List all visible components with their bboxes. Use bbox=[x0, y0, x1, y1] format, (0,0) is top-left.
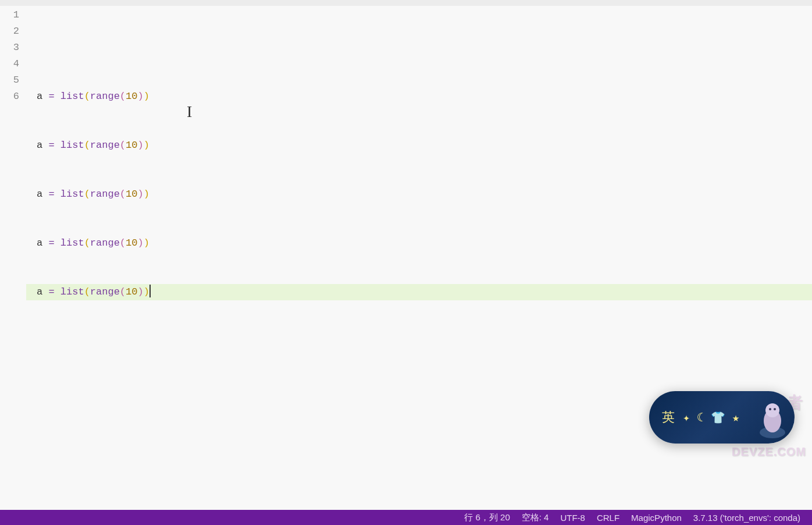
shirt-icon[interactable]: 👕 bbox=[711, 410, 725, 425]
ime-mode-button[interactable]: 英 bbox=[662, 409, 675, 426]
svg-point-3 bbox=[769, 408, 771, 410]
line-number: 6 bbox=[0, 88, 19, 105]
status-line-col[interactable]: 行 6，列 20 bbox=[458, 512, 515, 523]
line-number: 3 bbox=[0, 40, 19, 56]
text-cursor bbox=[149, 285, 151, 297]
watermark-url: DEVZE.COM bbox=[732, 444, 806, 460]
status-interpreter[interactable]: 3.7.13 ('torch_envs': conda) bbox=[688, 513, 806, 523]
code-line-active[interactable]: a = list(range(10)) bbox=[26, 284, 812, 300]
line-number: 5 bbox=[0, 72, 19, 88]
star-icon[interactable]: ★ bbox=[732, 410, 739, 425]
moon-icon[interactable]: ☾ bbox=[697, 410, 704, 425]
status-eol[interactable]: CRLF bbox=[591, 513, 625, 523]
line-number: 4 bbox=[0, 56, 19, 72]
status-bar: 行 6，列 20 空格: 4 UTF-8 CRLF MagicPython 3.… bbox=[0, 510, 812, 525]
ime-mascot-icon bbox=[755, 398, 790, 441]
tab-bar bbox=[0, 0, 812, 6]
sparkle-icon[interactable]: ✦ bbox=[683, 410, 690, 425]
status-encoding[interactable]: UTF-8 bbox=[554, 513, 591, 523]
code-line[interactable] bbox=[26, 40, 812, 56]
code-line[interactable]: a = list(range(10)) bbox=[26, 88, 812, 105]
mouse-cursor-icon: I bbox=[187, 104, 192, 120]
code-line[interactable]: a = list(range(10)) bbox=[26, 137, 812, 154]
svg-point-2 bbox=[765, 403, 779, 417]
status-indent[interactable]: 空格: 4 bbox=[516, 512, 555, 523]
line-number: 1 bbox=[0, 7, 19, 23]
status-language[interactable]: MagicPython bbox=[625, 513, 688, 523]
svg-point-4 bbox=[774, 408, 776, 410]
ime-toolbar[interactable]: 英 ✦ ☾ 👕 ★ bbox=[649, 391, 795, 444]
code-line[interactable]: a = list(range(10)) bbox=[26, 186, 812, 203]
line-number-gutter: 1 2 3 4 5 6 bbox=[0, 6, 26, 510]
code-line[interactable]: a = list(range(10)) bbox=[26, 235, 812, 251]
line-number: 2 bbox=[0, 23, 19, 40]
